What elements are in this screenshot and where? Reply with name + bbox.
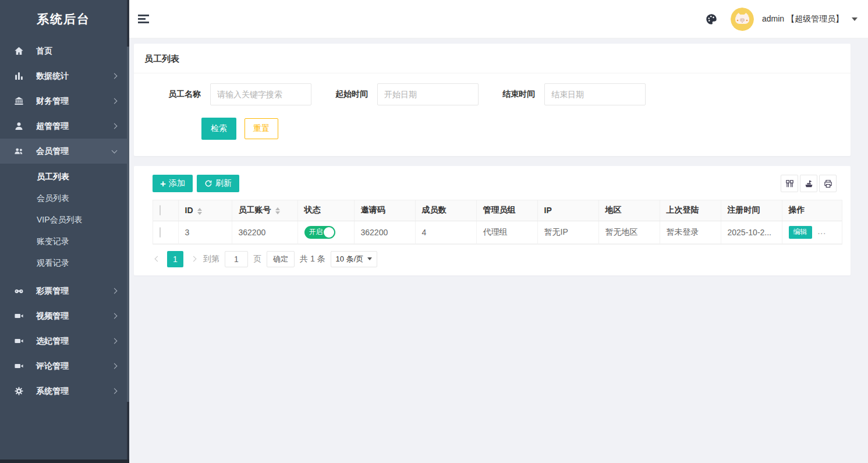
select-all-checkbox[interactable] <box>160 205 161 215</box>
staff-name-label: 员工名称 <box>165 89 201 100</box>
end-time-label: 结束时间 <box>499 89 535 100</box>
cell-id: 3 <box>178 221 232 243</box>
caret-down-icon[interactable] <box>852 17 858 21</box>
cell-admin-group: 代理组 <box>476 221 537 243</box>
data-table: ID 员工账号 状态 邀请码 成员数 管理员组 IP 地区 上次登陆 注册时间 … <box>153 200 842 245</box>
sidebar-item-comments[interactable]: 评论管理 <box>0 354 127 379</box>
row-checkbox[interactable] <box>160 227 161 238</box>
sidebar-subitem-account-change-log[interactable]: 账变记录 <box>0 231 127 252</box>
header-ip: IP <box>537 200 598 221</box>
sidebar-subitem-staff-list[interactable]: 员工列表 <box>0 166 127 188</box>
video-camera-icon <box>14 336 24 346</box>
goto-page-input[interactable] <box>225 251 248 267</box>
end-time-group: 结束时间 <box>499 83 646 105</box>
add-button[interactable]: + 添加 <box>153 175 193 192</box>
topbar: admin 【超级管理员】 <box>129 0 868 38</box>
hamburger-menu-icon[interactable] <box>138 15 149 24</box>
sidebar-item-members[interactable]: 会员管理 <box>0 139 127 164</box>
sort-icon[interactable] <box>197 208 202 215</box>
home-icon <box>14 46 24 56</box>
chevron-right-icon <box>112 338 118 344</box>
header-admin-group: 管理员组 <box>476 200 537 221</box>
sidebar-item-lottery[interactable]: 彩票管理 <box>0 278 127 303</box>
chevron-right-icon <box>112 123 118 129</box>
bar-chart-icon <box>14 71 24 81</box>
cell-register-time: 2025-10-2... <box>721 221 782 243</box>
cell-member-count: 4 <box>415 221 476 243</box>
refresh-button[interactable]: 刷新 <box>197 175 239 192</box>
header-account[interactable]: 员工账号 <box>232 200 297 221</box>
page-number-active[interactable]: 1 <box>167 251 183 267</box>
filter-columns-button[interactable] <box>781 175 798 192</box>
export-button[interactable] <box>800 175 817 192</box>
start-date-input[interactable] <box>377 83 479 105</box>
user-icon <box>14 121 24 131</box>
sidebar-item-superadmin[interactable]: 超管管理 <box>0 114 127 139</box>
more-actions[interactable]: ... <box>817 227 826 236</box>
search-form-row: 员工名称 起始时间 结束时间 <box>134 83 851 105</box>
refresh-icon <box>204 179 212 188</box>
header-register-time: 注册时间 <box>721 200 782 221</box>
video-camera-icon <box>14 311 24 321</box>
search-buttons-row: 检索 重置 <box>134 118 851 140</box>
filter-columns-icon <box>785 179 795 189</box>
add-button-label: 添加 <box>169 178 185 189</box>
user-menu-label[interactable]: admin 【超级管理员】 <box>762 14 844 24</box>
sidebar-item-home[interactable]: 首页 <box>0 38 127 63</box>
users-icon <box>14 146 24 156</box>
sidebar-item-label: 会员管理 <box>36 146 112 157</box>
chevron-right-icon <box>112 288 118 294</box>
chevron-down-icon <box>112 147 118 153</box>
end-date-input[interactable] <box>544 83 646 105</box>
table-card: + 添加 刷新 <box>134 166 851 275</box>
page-size-select[interactable]: 10 条/页 <box>331 251 378 267</box>
print-button[interactable] <box>819 175 837 192</box>
theme-palette-icon[interactable] <box>705 13 718 26</box>
next-page-button[interactable] <box>189 251 198 267</box>
bank-icon <box>14 96 24 106</box>
table-row: 3 362200 开启 362200 4 代理组 暂无IP <box>153 221 842 243</box>
video-camera-icon <box>14 361 24 371</box>
reset-button[interactable]: 重置 <box>245 118 278 139</box>
header-status: 状态 <box>297 200 354 221</box>
header-invite-code: 邀请码 <box>354 200 415 221</box>
start-time-group: 起始时间 <box>332 83 479 105</box>
prev-page-button[interactable] <box>153 251 162 267</box>
user-avatar[interactable] <box>731 8 754 31</box>
edit-button[interactable]: 编辑 <box>789 226 812 239</box>
search-button[interactable]: 检索 <box>201 118 236 140</box>
sidebar-item-label: 超管管理 <box>36 121 112 132</box>
sidebar: 系统后台 首页 数据统计 财务管理 超管管理 <box>0 0 127 463</box>
sidebar-subitem-vip-member-list[interactable]: VIP会员列表 <box>0 209 127 231</box>
staff-name-input[interactable] <box>210 83 311 105</box>
status-toggle[interactable]: 开启 <box>304 226 335 239</box>
pagination: 1 到第 页 确定 共 1 条 10 条/页 <box>153 251 842 267</box>
print-icon <box>823 179 833 189</box>
gear-icon <box>14 386 24 396</box>
header-member-count: 成员数 <box>415 200 476 221</box>
status-toggle-label: 开启 <box>309 227 323 237</box>
start-time-label: 起始时间 <box>332 89 368 100</box>
header-actions: 操作 <box>782 200 842 221</box>
sidebar-item-label: 首页 <box>36 46 116 56</box>
sidebar-item-statistics[interactable]: 数据统计 <box>0 63 127 89</box>
sidebar-item-concubine[interactable]: 选妃管理 <box>0 328 127 354</box>
sidebar-item-finance[interactable]: 财务管理 <box>0 89 127 114</box>
table-toolbar: + 添加 刷新 <box>153 175 837 192</box>
sort-icon[interactable] <box>275 207 280 214</box>
sidebar-subitem-watch-log[interactable]: 观看记录 <box>0 252 127 274</box>
export-icon <box>804 179 814 189</box>
main-content: 员工列表 员工名称 起始时间 结束时间 检索 重置 <box>129 38 868 463</box>
sidebar-item-system[interactable]: 系统管理 <box>0 379 127 404</box>
toggle-knob <box>324 227 334 238</box>
goto-confirm-button[interactable]: 确定 <box>267 251 295 267</box>
page-size-value: 10 条/页 <box>336 254 364 264</box>
header-id[interactable]: ID <box>178 200 232 221</box>
sidebar-item-video[interactable]: 视频管理 <box>0 303 127 328</box>
sidebar-subitem-member-list[interactable]: 会员列表 <box>0 188 127 209</box>
cell-ip: 暂无IP <box>537 221 598 243</box>
app-logo: 系统后台 <box>0 0 127 38</box>
members-submenu: 员工列表 会员列表 VIP会员列表 账变记录 观看记录 <box>0 164 127 278</box>
horizontal-scrollbar[interactable] <box>0 460 129 463</box>
cell-actions: 编辑 ... <box>782 221 842 243</box>
